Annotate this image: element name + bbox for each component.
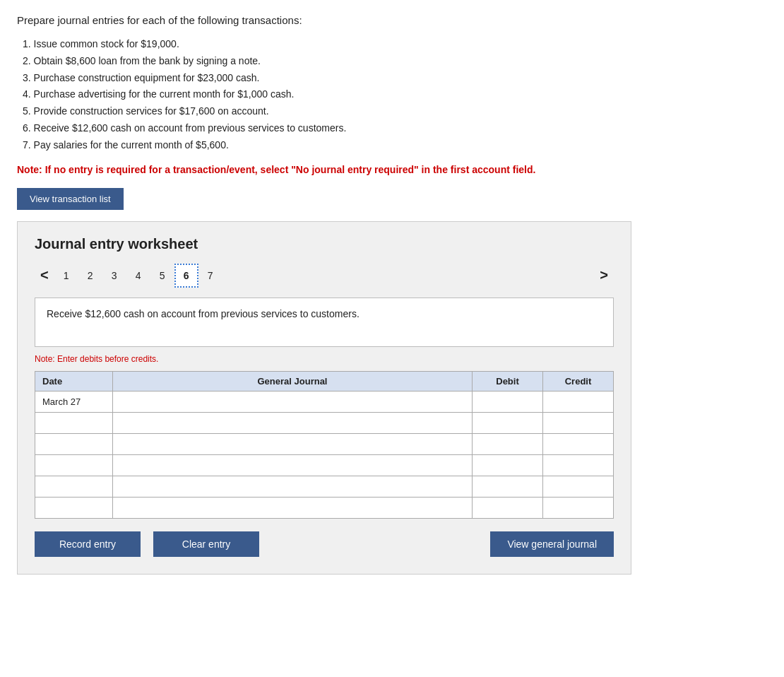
credit-cell-4[interactable] <box>543 454 614 476</box>
clear-entry-button[interactable]: Clear entry <box>153 531 259 557</box>
gj-input-3[interactable] <box>113 434 472 454</box>
note-debits: Note: Enter debits before credits. <box>35 354 614 364</box>
debit-cell-4[interactable] <box>473 454 543 476</box>
credit-input-3[interactable] <box>543 434 613 454</box>
table-row <box>35 454 614 476</box>
debit-input-2[interactable] <box>473 413 542 433</box>
tab-2-button[interactable]: 2 <box>78 264 102 288</box>
credit-input-6[interactable] <box>543 498 613 518</box>
tab-3-button[interactable]: 3 <box>102 264 126 288</box>
list-item: 7. Pay salaries for the current month of… <box>23 137 767 154</box>
credit-input-2[interactable] <box>543 413 613 433</box>
credit-cell-5[interactable] <box>543 476 614 497</box>
tab-4-button[interactable]: 4 <box>126 264 150 288</box>
list-item: 1. Issue common stock for $19,000. <box>23 36 767 53</box>
date-cell-5 <box>35 476 113 497</box>
credit-input-4[interactable] <box>543 455 613 476</box>
tab-next-button[interactable]: > <box>594 266 614 285</box>
debit-input-3[interactable] <box>473 434 542 454</box>
gj-cell-1[interactable] <box>113 391 473 412</box>
debit-cell-2[interactable] <box>473 412 543 433</box>
list-item: 2. Obtain $8,600 loan from the bank by s… <box>23 53 767 70</box>
debit-input-6[interactable] <box>473 498 542 518</box>
debit-cell-1[interactable] <box>473 391 543 412</box>
debit-cell-6[interactable] <box>473 497 543 518</box>
credit-input-1[interactable] <box>543 392 613 412</box>
date-cell-3 <box>35 433 113 454</box>
tab-5-button[interactable]: 5 <box>150 264 174 288</box>
date-cell-6 <box>35 497 113 518</box>
list-item: 3. Purchase construction equipment for $… <box>23 70 767 87</box>
date-cell-1: March 27 <box>35 391 113 412</box>
date-cell-4 <box>35 454 113 476</box>
gj-input-2[interactable] <box>113 413 472 433</box>
date-cell-2 <box>35 412 113 433</box>
journal-table: Date General Journal Debit Credit March … <box>35 371 614 519</box>
gj-input-6[interactable] <box>113 498 472 518</box>
transaction-description: Receive $12,600 cash on account from pre… <box>35 298 614 347</box>
list-item: 5. Provide construction services for $17… <box>23 103 767 120</box>
debit-input-5[interactable] <box>473 476 542 497</box>
debit-input-4[interactable] <box>473 455 542 476</box>
action-buttons: Record entry Clear entry View general jo… <box>35 531 614 557</box>
gj-cell-4[interactable] <box>113 454 473 476</box>
tab-6-button[interactable]: 6 <box>174 264 198 288</box>
tab-navigation: < 1 2 3 4 5 6 7 > <box>35 264 614 288</box>
gj-cell-2[interactable] <box>113 412 473 433</box>
table-row: March 27 <box>35 391 614 412</box>
gj-cell-6[interactable] <box>113 497 473 518</box>
tab-prev-button[interactable]: < <box>35 266 54 285</box>
credit-header: Credit <box>543 371 614 391</box>
record-entry-button[interactable]: Record entry <box>35 531 141 557</box>
debit-header: Debit <box>473 371 543 391</box>
credit-cell-2[interactable] <box>543 412 614 433</box>
tab-1-button[interactable]: 1 <box>54 264 78 288</box>
list-item: 6. Receive $12,600 cash on account from … <box>23 120 767 137</box>
credit-cell-1[interactable] <box>543 391 614 412</box>
credit-cell-6[interactable] <box>543 497 614 518</box>
worksheet-title: Journal entry worksheet <box>35 236 614 252</box>
note-red: Note: If no entry is required for a tran… <box>17 164 767 175</box>
gj-cell-3[interactable] <box>113 433 473 454</box>
credit-input-5[interactable] <box>543 476 613 497</box>
gj-cell-5[interactable] <box>113 476 473 497</box>
gj-input-5[interactable] <box>113 476 472 497</box>
gj-input-4[interactable] <box>113 455 472 476</box>
table-row <box>35 476 614 497</box>
table-row <box>35 433 614 454</box>
credit-cell-3[interactable] <box>543 433 614 454</box>
worksheet-container: Journal entry worksheet < 1 2 3 4 5 6 7 … <box>17 221 631 575</box>
view-general-journal-button[interactable]: View general journal <box>490 531 614 557</box>
table-row <box>35 412 614 433</box>
view-transaction-button[interactable]: View transaction list <box>17 188 124 210</box>
general-journal-header: General Journal <box>113 371 473 391</box>
gj-input-1[interactable] <box>113 392 472 412</box>
tab-7-button[interactable]: 7 <box>198 264 222 288</box>
list-item: 4. Purchase advertising for the current … <box>23 86 767 103</box>
debit-cell-5[interactable] <box>473 476 543 497</box>
debit-input-1[interactable] <box>473 392 542 412</box>
date-header: Date <box>35 371 113 391</box>
transactions-list: 1. Issue common stock for $19,000. 2. Ob… <box>23 36 767 154</box>
table-row <box>35 497 614 518</box>
intro-text: Prepare journal entries for each of the … <box>17 14 767 26</box>
debit-cell-3[interactable] <box>473 433 543 454</box>
